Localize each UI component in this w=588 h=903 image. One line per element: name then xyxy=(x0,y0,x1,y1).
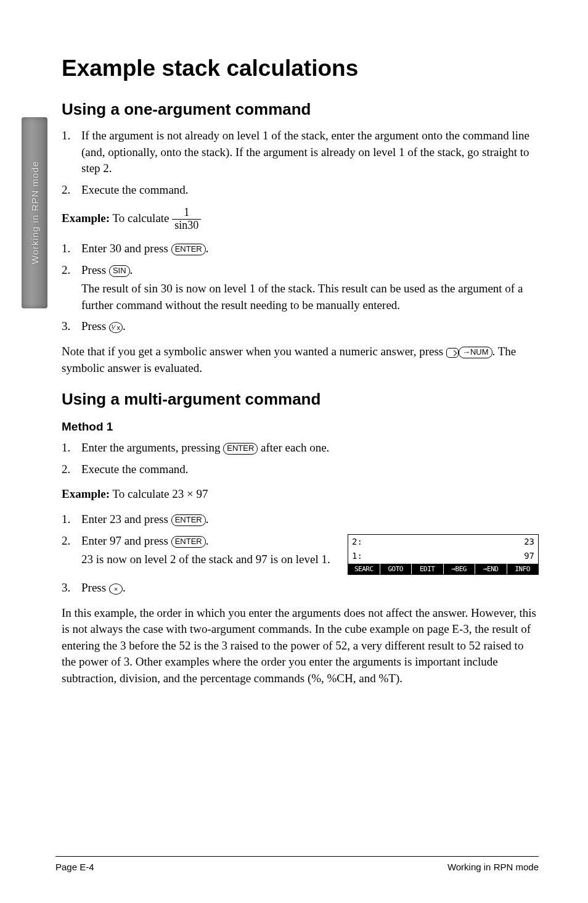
example-label: Example: xyxy=(62,212,110,225)
stack-value: 23 xyxy=(524,536,534,548)
step-text-a: Enter 30 and press xyxy=(81,242,171,255)
stack-level-label: 2: xyxy=(352,536,362,548)
step-text-b: after each one. xyxy=(258,441,329,454)
enter-key: ENTER xyxy=(223,443,258,455)
step-text-b: . xyxy=(130,263,133,276)
step-number: 3. xyxy=(62,580,70,596)
step: 2. Execute the command. xyxy=(62,461,539,478)
step: 1. If the argument is not already on lev… xyxy=(62,128,539,177)
main-content: Example stack calculations Using a one-a… xyxy=(62,56,539,687)
softkey: →END xyxy=(475,564,507,574)
softkey: GOTO xyxy=(380,564,412,574)
example-intro: Example: To calculate 1 sin30 xyxy=(62,207,539,232)
step-text-b: . xyxy=(206,534,209,547)
enter-key: ENTER xyxy=(171,244,206,255)
step-text-b: . xyxy=(206,242,209,255)
footer-section-title: Working in RPN mode xyxy=(447,862,539,872)
step-text-a: Enter 97 and press xyxy=(81,534,171,547)
example-steps: 1. Enter 30 and press ENTER. 2. Press SI… xyxy=(62,241,539,335)
softkey-menu: SEARC GOTO EDIT →BEG →END INFO xyxy=(348,564,538,574)
step-text-a: Press xyxy=(81,581,109,594)
calculator-screenshot: 2: 23 1: 97 SEARC GOTO EDIT →BEG →END IN… xyxy=(348,534,539,575)
side-tab: Working in RPN mode xyxy=(22,117,47,308)
stack-row: 1: 97 xyxy=(348,549,538,564)
step: 3. Press ×. xyxy=(62,580,539,596)
reciprocal-key: ¹⁄ x xyxy=(109,322,123,333)
stack-level-label: 1: xyxy=(352,550,362,563)
step-text: If the argument is not already on level … xyxy=(81,129,529,175)
step-text-a: Press xyxy=(81,263,109,276)
page-title: Example stack calculations xyxy=(62,56,539,81)
fraction-denominator: sin30 xyxy=(172,220,201,232)
footer-page-number: Page E-4 xyxy=(55,862,94,872)
method-heading: Method 1 xyxy=(62,420,539,434)
step-text: Execute the command. xyxy=(81,463,189,476)
multi-arg-steps: 1. Enter the arguments, pressing ENTER a… xyxy=(62,440,539,477)
multiply-key: × xyxy=(109,583,123,595)
side-tab-label: Working in RPN mode xyxy=(30,161,40,264)
softkey: →BEG xyxy=(444,564,476,574)
step-text-a: Enter the arguments, pressing xyxy=(81,441,223,454)
step-number: 1. xyxy=(62,511,70,528)
step-text: Execute the command. xyxy=(81,183,189,196)
example-intro-2: Example: To calculate 23 × 97 xyxy=(62,486,539,503)
enter-key: ENTER xyxy=(171,536,206,548)
softkey: EDIT xyxy=(412,564,444,574)
step: 3. Press ¹⁄ x. xyxy=(62,318,539,335)
stack-value: 97 xyxy=(524,550,534,563)
right-shift-key xyxy=(446,348,459,358)
step: 1. Enter 23 and press ENTER. xyxy=(62,511,539,528)
step-number: 2. xyxy=(62,182,70,199)
step-number: 2. xyxy=(62,533,70,550)
note-paragraph: Note that if you get a symbolic answer w… xyxy=(62,344,539,376)
step-text-b: . xyxy=(206,513,209,526)
one-arg-steps: 1. If the argument is not already on lev… xyxy=(62,128,539,198)
step: 2. Press SIN. The result of sin 30 is no… xyxy=(62,262,539,314)
step-text-b: . xyxy=(123,320,126,332)
step-number: 1. xyxy=(62,128,70,144)
sin-key: SIN xyxy=(109,265,130,277)
num-key: →NUM xyxy=(459,347,492,358)
stack-row: 2: 23 xyxy=(348,535,538,550)
example-steps-2: 1. Enter 23 and press ENTER. 2. Enter 97… xyxy=(62,511,539,596)
fraction: 1 sin30 xyxy=(172,207,201,232)
step: 1. Enter the arguments, pressing ENTER a… xyxy=(62,440,539,456)
section-heading-one-arg: Using a one-argument command xyxy=(62,100,539,119)
page-footer: Page E-4 Working in RPN mode xyxy=(55,856,539,872)
step-number: 1. xyxy=(62,241,70,257)
step-number: 3. xyxy=(62,318,70,335)
step-text-a: Enter 23 and press xyxy=(81,513,171,526)
step-number: 1. xyxy=(62,440,70,456)
step-subtext: 23 is now on level 2 of the stack and 97… xyxy=(81,551,337,568)
fraction-numerator: 1 xyxy=(172,207,201,220)
step-number: 2. xyxy=(62,461,70,478)
step-number: 2. xyxy=(62,262,70,279)
step: 2. Enter 97 and press ENTER. 23 is now o… xyxy=(62,533,539,575)
example-text: To calculate xyxy=(110,212,172,225)
example-text: To calculate 23 × 97 xyxy=(110,487,208,500)
step: 1. Enter 30 and press ENTER. xyxy=(62,241,539,257)
section-heading-multi-arg: Using a multi-argument command xyxy=(62,390,539,409)
note-text-a: Note that if you get a symbolic answer w… xyxy=(62,345,446,358)
step: 2. Execute the command. xyxy=(62,182,539,199)
step-text-b: . xyxy=(123,581,126,594)
step-subtext: The result of sin 30 is now on level 1 o… xyxy=(81,281,539,313)
example-label: Example: xyxy=(62,487,110,500)
softkey: INFO xyxy=(507,564,539,574)
enter-key: ENTER xyxy=(171,514,206,526)
softkey: SEARC xyxy=(348,564,380,574)
closing-paragraph: In this example, the order in which you … xyxy=(62,605,539,687)
step-text-a: Press xyxy=(81,320,109,332)
